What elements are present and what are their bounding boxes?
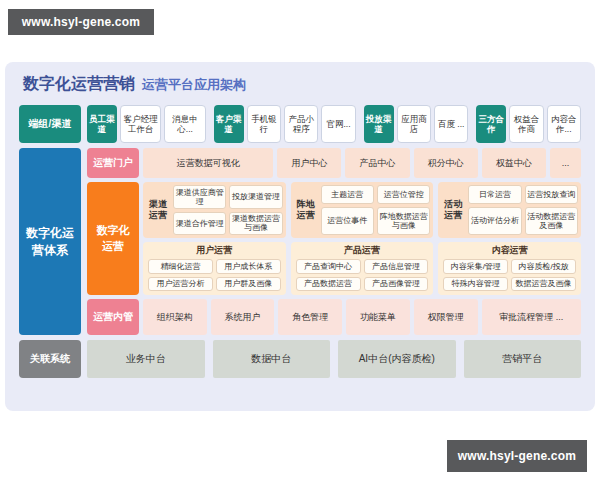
related-system: AI中台(内容质检) (338, 340, 456, 378)
channel-group-head: 投放渠道 (364, 105, 394, 143)
ops-bottom-groups: 用户运营 精细化运营 用户成长体系 用户运营分析 用户群及画像 产品运营 (143, 242, 581, 295)
channels-list: 员工渠道 客户经理工作台 消息中心... 客户渠道 手机银行 产品小程序 官网.… (87, 105, 581, 143)
ops-box: 主题运营 (321, 185, 374, 204)
ops-group-label: 活动运营 (441, 185, 465, 235)
internal-item: 审批流程管理 ... (482, 299, 582, 335)
related-system: 营销平台 (464, 340, 582, 378)
portal-item: 产品中心 (345, 148, 409, 178)
channel-chip: 应用商店 (397, 105, 431, 143)
related-systems-list: 业务中台 数据中台 AI中台(内容质检) 营销平台 (87, 340, 581, 378)
internal-item: 权限管理 (414, 299, 478, 335)
related-systems-row: 关联系统 业务中台 数据中台 AI中台(内容质检) 营销平台 (19, 340, 581, 378)
internal-item: 系统用户 (211, 299, 275, 335)
title-main: 数字化运营营销 (23, 75, 135, 92)
ops-box: 特殊内容管理 (443, 277, 508, 292)
ops-box: 内容采集/管理 (443, 259, 508, 274)
digital-ops-row: 数字化运营 渠道运营 渠道供应商管理 投放渠道管理 渠道合作管理 渠道数据运营与… (87, 182, 581, 295)
portal-item: 运营数据可视化 (143, 148, 273, 178)
ops-box: 渠道数据运营与画像 (229, 212, 282, 236)
channel-group-head: 三方合作 (476, 105, 506, 143)
portal-item: 权益中心 (482, 148, 546, 178)
ops-group-title: 内容运营 (443, 244, 576, 257)
channels-row: 端组/渠道 员工渠道 客户经理工作台 消息中心... 客户渠道 手机银行 产品小… (19, 105, 581, 143)
ops-box: 投放渠道管理 (229, 185, 282, 209)
ops-box: 产品画像管理 (364, 277, 429, 292)
internal-item: 组织架构 (143, 299, 207, 335)
digital-ops-label: 数字化运营 (87, 182, 139, 295)
ops-group-user: 用户运营 精细化运营 用户成长体系 用户运营分析 用户群及画像 (143, 242, 286, 295)
portal-item: 积分中心 (414, 148, 478, 178)
ops-group-label: 渠道运营 (146, 185, 170, 235)
ops-top-groups: 渠道运营 渠道供应商管理 投放渠道管理 渠道合作管理 渠道数据运营与画像 阵地运… (143, 182, 581, 238)
related-system: 业务中台 (87, 340, 205, 378)
operations-content: 运营门户 运营数据可视化 用户中心 产品中心 积分中心 权益中心 ... 数字化… (87, 148, 581, 335)
ops-group-grid: 内容采集/管理 内容质检/投放 特殊内容管理 数据运营及画像 (443, 259, 576, 291)
channel-chip: 手机银行 (247, 105, 281, 143)
ops-box: 用户群及画像 (216, 277, 281, 292)
ops-box: 精细化运营 (148, 259, 213, 274)
portal-label: 运营门户 (87, 148, 139, 178)
page-title: 数字化运营营销运营平台应用架构 (23, 74, 581, 95)
ops-group-grid: 产品查询中心 产品信息管理 产品数据运营 产品画像管理 (296, 259, 429, 291)
title-sub: 运营平台应用架构 (142, 77, 246, 92)
ops-group-product: 产品运营 产品查询中心 产品信息管理 产品数据运营 产品画像管理 (291, 242, 434, 295)
ops-box: 产品查询中心 (296, 259, 361, 274)
internal-label: 运营内管 (87, 299, 139, 335)
watermark-top: www.hsyl-gene.com (8, 9, 154, 35)
related-systems-label: 关联系统 (19, 340, 81, 378)
operations-system-block: 数字化运营体系 运营门户 运营数据可视化 用户中心 产品中心 积分中心 权益中心… (19, 148, 581, 335)
ops-group-grid: 日常运营 运营投放查询 活动评估分析 活动数据运营及画像 (468, 185, 578, 235)
digital-ops-content: 渠道运营 渠道供应商管理 投放渠道管理 渠道合作管理 渠道数据运营与画像 阵地运… (143, 182, 581, 295)
ops-box: 产品信息管理 (364, 259, 429, 274)
system-column-label: 数字化运营体系 (19, 148, 81, 335)
architecture-card: 数字化运营营销运营平台应用架构 端组/渠道 员工渠道 客户经理工作台 消息中心.… (5, 62, 595, 411)
internal-row: 运营内管 组织架构 系统用户 角色管理 功能菜单 权限管理 审批流程管理 ... (87, 299, 581, 335)
ops-box: 用户运营分析 (148, 277, 213, 292)
ops-box: 日常运营 (468, 185, 521, 204)
channel-chip: 内容合作... (547, 105, 581, 143)
ops-box: 内容质检/投放 (511, 259, 576, 274)
ops-group-title: 用户运营 (148, 244, 281, 257)
channel-chip: 权益合作商 (509, 105, 543, 143)
channel-chip: 官网... (321, 105, 355, 143)
portal-row: 运营门户 运营数据可视化 用户中心 产品中心 积分中心 权益中心 ... (87, 148, 581, 178)
related-system: 数据中台 (213, 340, 331, 378)
ops-group-position: 阵地运营 主题运营 运营位管控 运营位事件 阵地数据运营与画像 (291, 182, 434, 238)
channel-chip: 客户经理工作台 (120, 105, 161, 143)
ops-group-activity: 活动运营 日常运营 运营投放查询 活动评估分析 活动数据运营及画像 (438, 182, 581, 238)
internal-item: 功能菜单 (346, 299, 410, 335)
portal-item: 用户中心 (277, 148, 341, 178)
watermark-bottom: www.hsyl-gene.com (447, 440, 587, 472)
channel-chip: 产品小程序 (284, 105, 318, 143)
ops-box: 用户成长体系 (216, 259, 281, 274)
ops-box: 活动评估分析 (468, 207, 521, 235)
ops-box: 产品数据运营 (296, 277, 361, 292)
ops-group-label: 阵地运营 (294, 185, 318, 235)
channel-chip: 百度 ... (434, 105, 468, 143)
ops-group-title: 产品运营 (296, 244, 429, 257)
ops-box: 运营投放查询 (525, 185, 578, 204)
channel-group-head: 员工渠道 (87, 105, 117, 143)
portal-item-more: ... (550, 148, 581, 178)
ops-box: 运营位管控 (377, 185, 430, 204)
ops-group-grid: 主题运营 运营位管控 运营位事件 阵地数据运营与画像 (321, 185, 431, 235)
architecture-diagram: 端组/渠道 员工渠道 客户经理工作台 消息中心... 客户渠道 手机银行 产品小… (19, 105, 581, 378)
ops-box: 阵地数据运营与画像 (377, 207, 430, 235)
channel-group-head: 客户渠道 (214, 105, 244, 143)
ops-box: 渠道合作管理 (173, 212, 226, 236)
ops-box: 运营位事件 (321, 207, 374, 235)
internal-item: 角色管理 (278, 299, 342, 335)
ops-group-content: 内容运营 内容采集/管理 内容质检/投放 特殊内容管理 数据运营及画像 (438, 242, 581, 295)
ops-box: 活动数据运营及画像 (525, 207, 578, 235)
ops-group-grid: 精细化运营 用户成长体系 用户运营分析 用户群及画像 (148, 259, 281, 291)
channels-row-label: 端组/渠道 (19, 105, 81, 143)
channel-chip: 消息中心... (164, 105, 205, 143)
ops-box: 数据运营及画像 (511, 277, 576, 292)
ops-group-grid: 渠道供应商管理 投放渠道管理 渠道合作管理 渠道数据运营与画像 (173, 185, 283, 235)
ops-group-channel: 渠道运营 渠道供应商管理 投放渠道管理 渠道合作管理 渠道数据运营与画像 (143, 182, 286, 238)
ops-box: 渠道供应商管理 (173, 185, 226, 209)
